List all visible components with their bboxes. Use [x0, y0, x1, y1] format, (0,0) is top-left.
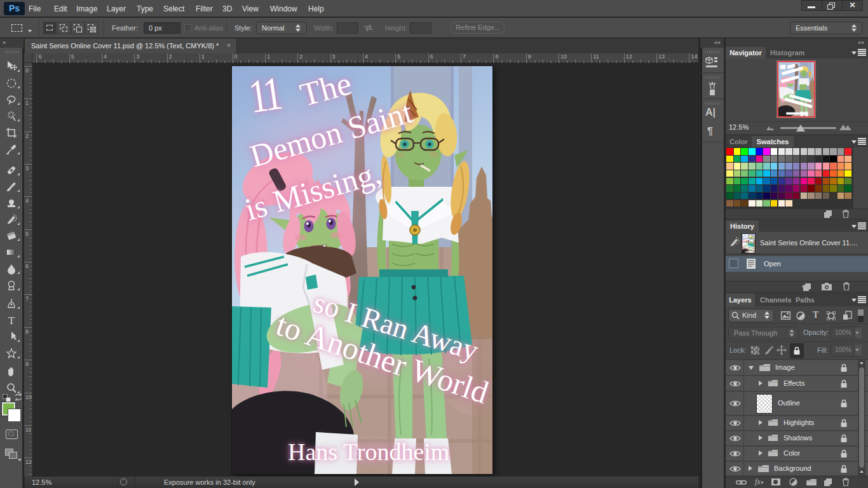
svg-text:T: T [8, 315, 15, 327]
